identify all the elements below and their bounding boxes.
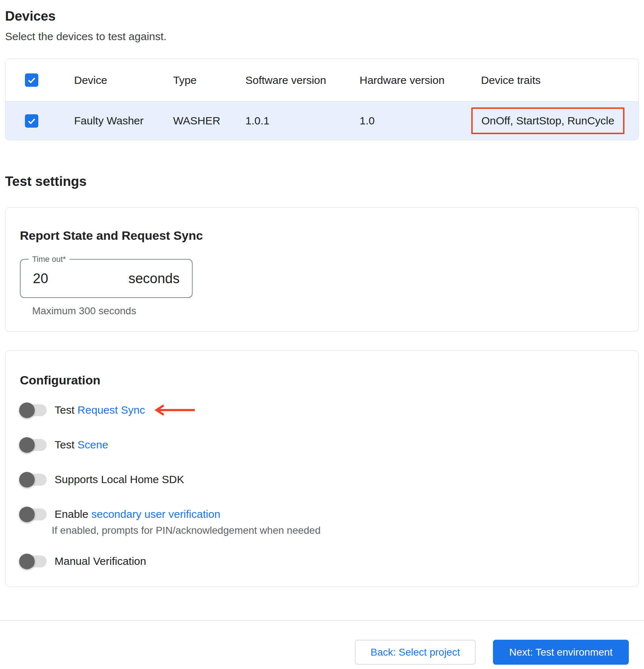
report-state-card: Report State and Request Sync Time out* … (5, 207, 639, 332)
toggle-block-local-home-sdk: Supports Local Home SDK (20, 472, 624, 487)
report-state-card-title: Report State and Request Sync (20, 208, 624, 243)
select-all-checkbox[interactable] (25, 73, 38, 87)
timeout-unit: seconds (128, 271, 180, 286)
cell-device-traits: OnOff, StartStop, RunCycle (481, 115, 614, 127)
secondary-user-verification-link[interactable]: secondary user verification (91, 508, 220, 520)
secondary-user-verification-helper: If enabled, prompts for PIN/acknowledgem… (52, 524, 624, 537)
toggle-label: Enable secondary user verification (55, 508, 220, 520)
footer-divider (0, 620, 644, 621)
timeout-helper-text: Maximum 300 seconds (32, 305, 624, 317)
toggle-block-test-request-sync: Test Request Sync (20, 402, 624, 418)
column-header-device: Device (74, 74, 173, 86)
device-table-row[interactable]: Faulty Washer WASHER 1.0.1 1.0 OnOff, St… (5, 102, 639, 140)
checkmark-icon (27, 116, 37, 126)
cell-hardware-version: 1.0 (360, 115, 481, 127)
column-header-software-version: Software version (245, 74, 360, 86)
configuration-card-title: Configuration (20, 351, 624, 388)
test-settings-title: Test settings (5, 174, 639, 189)
column-header-hardware-version: Hardware version (360, 74, 481, 86)
manual-verification-toggle[interactable] (20, 555, 47, 567)
device-traits-annotation-box: OnOff, StartStop, RunCycle (471, 107, 624, 134)
device-row-checkbox[interactable] (25, 114, 38, 128)
request-sync-link[interactable]: Request Sync (77, 404, 145, 416)
checkmark-icon (27, 75, 37, 85)
secondary-user-verification-toggle[interactable] (20, 508, 47, 520)
next-button[interactable]: Next: Test environment (493, 640, 629, 665)
toggle-thumb (19, 507, 35, 522)
toggle-label-text: Supports Local Home SDK (55, 473, 184, 485)
footer-actions: Back: Select project Next: Test environm… (5, 640, 639, 665)
timeout-value[interactable]: 20 (33, 271, 48, 286)
devices-table-header: Device Type Software version Hardware ve… (5, 59, 639, 102)
toggle-thumb (19, 472, 35, 487)
toggle-label-text: Enable (55, 508, 91, 520)
cell-device-type: WASHER (173, 115, 245, 127)
annotation-arrow-icon (153, 404, 196, 416)
test-scene-toggle[interactable] (20, 439, 47, 451)
toggle-thumb (19, 554, 35, 569)
toggle-label: Supports Local Home SDK (55, 473, 184, 486)
timeout-field-label: Time out* (29, 255, 69, 264)
supports-local-home-sdk-toggle[interactable] (20, 474, 47, 486)
scene-link[interactable]: Scene (77, 439, 108, 451)
devices-title: Devices (5, 0, 639, 25)
toggle-label: Test Scene (55, 439, 108, 451)
toggle-label: Test Request Sync (55, 404, 145, 416)
toggle-block-test-scene: Test Scene (20, 437, 624, 453)
page: Devices Select the devices to test again… (0, 0, 644, 665)
column-header-type: Type (173, 74, 245, 86)
test-request-sync-toggle[interactable] (20, 404, 47, 416)
column-header-device-traits: Device traits (481, 74, 639, 86)
toggle-label-text: Test (55, 439, 77, 451)
toggle-thumb (19, 437, 35, 453)
back-button[interactable]: Back: Select project (355, 640, 476, 665)
toggle-block-manual-verification: Manual Verification (20, 553, 624, 569)
configuration-card: Configuration Test Request Sync Test Sce… (5, 350, 639, 587)
toggle-thumb (19, 402, 35, 418)
toggle-label: Manual Verification (55, 555, 146, 567)
cell-device-name: Faulty Washer (74, 115, 173, 127)
devices-subtitle: Select the devices to test against. (5, 30, 639, 43)
toggle-block-secondary-user-verification: Enable secondary user verification If en… (20, 506, 624, 537)
toggle-label-text: Test (55, 404, 77, 416)
toggle-label-text: Manual Verification (55, 555, 146, 567)
cell-software-version: 1.0.1 (245, 115, 360, 127)
devices-table: Device Type Software version Hardware ve… (5, 59, 639, 140)
timeout-field[interactable]: Time out* 20 seconds (20, 259, 193, 298)
